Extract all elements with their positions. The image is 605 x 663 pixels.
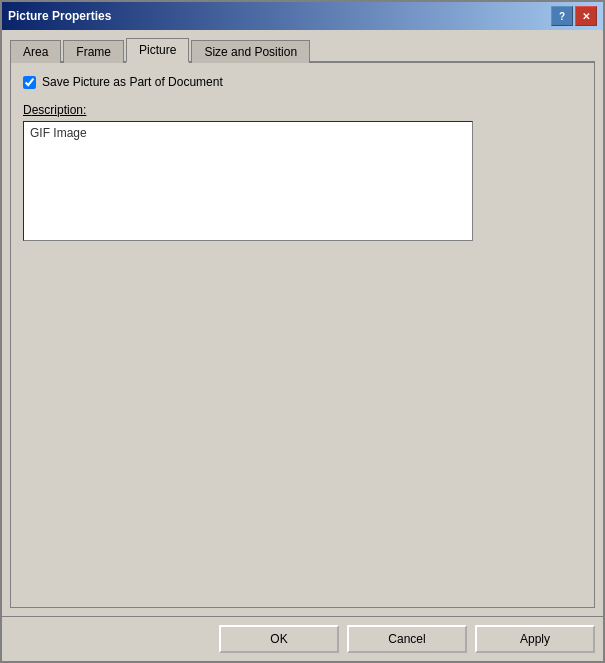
spacer (23, 241, 582, 595)
dialog-title: Picture Properties (8, 9, 111, 23)
description-label: Description: (23, 103, 582, 117)
save-picture-checkbox[interactable] (23, 76, 36, 89)
title-bar: Picture Properties ? ✕ (2, 2, 603, 30)
tab-content-picture: Save Picture as Part of Document Descrip… (10, 63, 595, 608)
help-button[interactable]: ? (551, 6, 573, 26)
description-underline-letter: D (23, 103, 32, 117)
description-textarea[interactable] (23, 121, 473, 241)
close-button[interactable]: ✕ (575, 6, 597, 26)
title-bar-buttons: ? ✕ (551, 6, 597, 26)
apply-button[interactable]: Apply (475, 625, 595, 653)
tab-area[interactable]: Area (10, 40, 61, 63)
save-picture-row: Save Picture as Part of Document (23, 75, 582, 89)
tab-size-and-position[interactable]: Size and Position (191, 40, 310, 63)
button-bar: OK Cancel Apply (2, 616, 603, 661)
tab-picture[interactable]: Picture (126, 38, 189, 63)
save-picture-label: Save Picture as Part of Document (42, 75, 223, 89)
dialog-body: Area Frame Picture Size and Position Sav… (2, 30, 603, 616)
tab-bar: Area Frame Picture Size and Position (10, 38, 595, 63)
dialog-window: Picture Properties ? ✕ Area Frame Pictur… (0, 0, 605, 663)
ok-button[interactable]: OK (219, 625, 339, 653)
cancel-button[interactable]: Cancel (347, 625, 467, 653)
tab-frame[interactable]: Frame (63, 40, 124, 63)
